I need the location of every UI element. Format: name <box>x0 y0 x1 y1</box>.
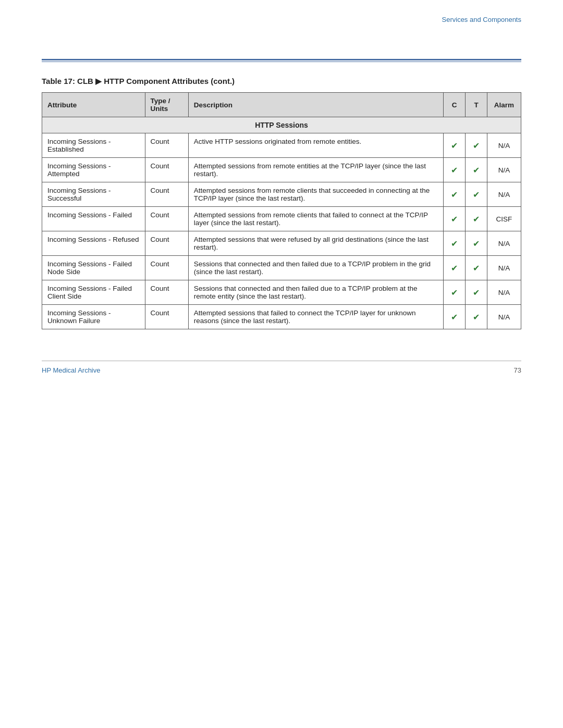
table-row: Incoming Sessions - Failed Client Side C… <box>42 280 521 305</box>
attr-4: Incoming Sessions - Refused <box>42 231 145 256</box>
table-row: Incoming Sessions - Established Count Ac… <box>42 133 521 158</box>
col-c: C <box>444 93 466 117</box>
c-1: ✔ <box>444 158 466 182</box>
desc-3: Attempted sessions from remote clients t… <box>188 207 443 231</box>
table-row: Incoming Sessions - Successful Count Att… <box>42 182 521 207</box>
attr-7: Incoming Sessions - Unknown Failure <box>42 305 145 329</box>
t-3: ✔ <box>466 207 487 231</box>
alarm-7: N/A <box>487 305 521 329</box>
table-row: Incoming Sessions - Unknown Failure Coun… <box>42 305 521 329</box>
type-5: Count <box>145 256 188 280</box>
check-t-1: ✔ <box>471 165 482 175</box>
desc-0: Active HTTP sessions originated from rem… <box>188 133 443 158</box>
check-c-1: ✔ <box>449 165 460 175</box>
check-c-7: ✔ <box>449 312 460 322</box>
alarm-4: N/A <box>487 231 521 256</box>
t-6: ✔ <box>466 280 487 305</box>
alarm-6: N/A <box>487 280 521 305</box>
col-type-units: Type / Units <box>145 93 188 117</box>
alarm-5: N/A <box>487 256 521 280</box>
attr-5: Incoming Sessions - Failed Node Side <box>42 256 145 280</box>
table-row: Incoming Sessions - Failed Count Attempt… <box>42 207 521 231</box>
check-t-6: ✔ <box>471 288 482 298</box>
t-7: ✔ <box>466 305 487 329</box>
col-alarm: Alarm <box>487 93 521 117</box>
col-t: T <box>466 93 487 117</box>
alarm-0: N/A <box>487 133 521 158</box>
check-c-2: ✔ <box>449 190 460 200</box>
c-6: ✔ <box>444 280 466 305</box>
col-description: Description <box>188 93 443 117</box>
section-header-row: HTTP Sessions <box>42 117 521 133</box>
t-4: ✔ <box>466 231 487 256</box>
check-c-3: ✔ <box>449 214 460 224</box>
footer-product-name: HP Medical Archive <box>42 366 100 374</box>
type-6: Count <box>145 280 188 305</box>
desc-7: Attempted sessions that failed to connec… <box>188 305 443 329</box>
attr-6: Incoming Sessions - Failed Client Side <box>42 280 145 305</box>
type-3: Count <box>145 207 188 231</box>
attr-3: Incoming Sessions - Failed <box>42 207 145 231</box>
type-0: Count <box>145 133 188 158</box>
type-2: Count <box>145 182 188 207</box>
check-t-2: ✔ <box>471 190 482 200</box>
c-0: ✔ <box>444 133 466 158</box>
table-header-row: Attribute Type / Units Description C T A… <box>42 93 521 117</box>
check-t-5: ✔ <box>471 263 482 273</box>
section-title-text: Services and Components <box>442 16 521 23</box>
table-row: Incoming Sessions - Refused Count Attemp… <box>42 231 521 256</box>
t-0: ✔ <box>466 133 487 158</box>
page: Services and Components Table 17: CLB ▶ … <box>0 0 563 728</box>
desc-6: Sessions that connected and then failed … <box>188 280 443 305</box>
attr-1: Incoming Sessions - Attempted <box>42 158 145 182</box>
check-t-0: ✔ <box>471 141 482 151</box>
check-t-7: ✔ <box>471 312 482 322</box>
type-1: Count <box>145 158 188 182</box>
table-row: Incoming Sessions - Attempted Count Atte… <box>42 158 521 182</box>
check-t-3: ✔ <box>471 214 482 224</box>
check-c-0: ✔ <box>449 141 460 151</box>
section-label: HTTP Sessions <box>42 117 521 133</box>
type-7: Count <box>145 305 188 329</box>
alarm-1: N/A <box>487 158 521 182</box>
header-top-rule <box>42 59 521 60</box>
c-7: ✔ <box>444 305 466 329</box>
c-4: ✔ <box>444 231 466 256</box>
desc-4: Attempted sessions that were refused by … <box>188 231 443 256</box>
t-1: ✔ <box>466 158 487 182</box>
desc-5: Sessions that connected and then failed … <box>188 256 443 280</box>
t-2: ✔ <box>466 182 487 207</box>
header-section-label: Services and Components <box>42 0 521 28</box>
alarm-2: N/A <box>487 182 521 207</box>
desc-2: Attempted sessions from remote clients t… <box>188 182 443 207</box>
attr-0: Incoming Sessions - Established <box>42 133 145 158</box>
desc-1: Attempted sessions from remote entities … <box>188 158 443 182</box>
attributes-table: Attribute Type / Units Description C T A… <box>42 92 521 329</box>
c-5: ✔ <box>444 256 466 280</box>
footer-page-number: 73 <box>514 366 521 374</box>
table-title: Table 17: CLB ▶ HTTP Component Attribute… <box>42 77 521 86</box>
table-row: Incoming Sessions - Failed Node Side Cou… <box>42 256 521 280</box>
attr-2: Incoming Sessions - Successful <box>42 182 145 207</box>
c-3: ✔ <box>444 207 466 231</box>
alarm-3: CISF <box>487 207 521 231</box>
check-c-5: ✔ <box>449 263 460 273</box>
type-4: Count <box>145 231 188 256</box>
check-c-6: ✔ <box>449 288 460 298</box>
col-attribute: Attribute <box>42 93 145 117</box>
check-t-4: ✔ <box>471 239 482 249</box>
header-bottom-rule <box>42 61 521 62</box>
c-2: ✔ <box>444 182 466 207</box>
check-c-4: ✔ <box>449 239 460 249</box>
footer: HP Medical Archive 73 <box>42 361 521 385</box>
t-5: ✔ <box>466 256 487 280</box>
